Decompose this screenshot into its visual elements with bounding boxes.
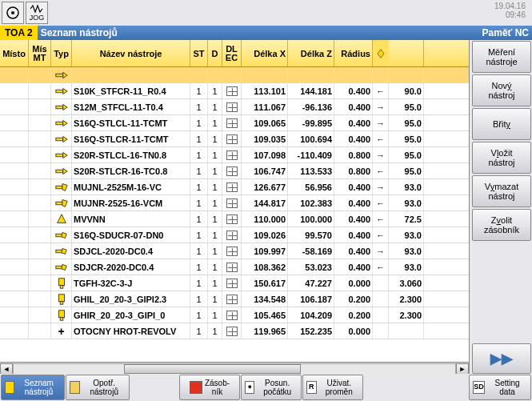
cell-typ <box>51 179 72 194</box>
cell-dx: 108.362 <box>242 259 288 275</box>
table-row[interactable]: S16Q-STLCR-11-TCMT11109.035100.6940.400←… <box>0 131 469 147</box>
cell-dlec <box>222 211 242 227</box>
scroll-thumb[interactable] <box>124 364 301 374</box>
cell-rad: 0.400 <box>334 227 373 243</box>
cell-val <box>389 67 424 82</box>
jog-icon[interactable]: JOG <box>26 2 48 24</box>
cell-st: 1 <box>190 275 208 291</box>
cell-dx: 109.026 <box>242 227 288 243</box>
tool-list-tab[interactable]: Seznam nástrojů <box>1 375 65 400</box>
cell-rad: 0.200 <box>334 307 373 323</box>
setting-data-tab[interactable]: SD Setting data <box>469 375 531 400</box>
cell-dz: -58.169 <box>288 243 334 259</box>
toa-badge: TOA 2 <box>0 26 38 40</box>
table-row[interactable]: MUJNR-2525-16-VCM11144.817102.3830.400←9… <box>0 195 469 211</box>
cell-st: 1 <box>190 195 208 211</box>
cell-name: MUJNR-2525-16-VCM <box>72 195 190 211</box>
table-row[interactable] <box>0 67 469 83</box>
table-row[interactable]: TGFH-32C-3-J11150.61747.2270.0003.060 <box>0 275 469 291</box>
scroll-left-button[interactable]: ◄ <box>0 363 13 375</box>
cell-rad: 0.400 <box>334 83 373 98</box>
uservar-icon: R <box>306 381 317 394</box>
cell-arrow <box>373 307 389 323</box>
offset-tab[interactable]: ● Posun. počátku <box>241 375 302 400</box>
cell-dz: 102.383 <box>288 195 334 211</box>
magazine-icon <box>190 381 202 394</box>
cell-name: MUJNL-2525M-16-VC <box>72 179 190 194</box>
cell-misto <box>0 243 29 259</box>
cell-dlec <box>222 131 242 146</box>
cell-dlec <box>222 227 242 243</box>
cell-misto <box>0 227 29 243</box>
svg-rect-9 <box>55 122 62 125</box>
edges-button[interactable]: Břity <box>472 108 531 140</box>
magazine-tab[interactable]: Zásob- ník <box>179 375 240 400</box>
table-row[interactable]: MUJNL-2525M-16-VC11126.67756.9560.400→93… <box>0 179 469 195</box>
cell-arrow: ← <box>373 211 389 227</box>
page-title: Seznam nástrojů <box>38 27 482 38</box>
cell-typ <box>51 115 72 130</box>
table-row[interactable]: S20R-STLCL-16-TN0.811107.098-110.4090.80… <box>0 147 469 163</box>
table-row[interactable]: SDJCR-2020-DC0.411108.36253.0230.400←93.… <box>0 259 469 275</box>
cell-mismt <box>29 131 51 146</box>
cell-dx: 119.965 <box>242 323 288 339</box>
table-row[interactable]: +OTOCNY HROT-REVOLV11119.965152.2350.000 <box>0 323 469 339</box>
select-magazine-button[interactable]: Zvolitzásobník <box>472 209 531 241</box>
cell-val: 72.5 <box>389 211 424 227</box>
cell-val: 93.0 <box>389 243 424 259</box>
table-row[interactable]: SDJCL-2020-DC0.411109.997-58.1690.400→93… <box>0 243 469 259</box>
cell-misto <box>0 99 29 114</box>
tool-wear-icon <box>70 381 80 394</box>
cell-typ <box>51 147 72 162</box>
svg-marker-10 <box>62 120 66 126</box>
cell-typ <box>51 307 72 323</box>
table-row[interactable]: S10K_STFCR-11_R0.411113.101144.1810.400←… <box>0 83 469 99</box>
cell-arrow <box>373 323 389 339</box>
table-row[interactable]: GHIR_20_20-3_GIPI_011105.465104.2090.200… <box>0 307 469 323</box>
new-tool-button[interactable]: Novýnástroj <box>472 74 531 106</box>
machine-icon[interactable] <box>2 2 24 24</box>
cell-typ <box>51 83 72 98</box>
cell-rad: 0.000 <box>334 323 373 339</box>
cell-st: 1 <box>190 291 208 307</box>
cell-arrow: → <box>373 115 389 130</box>
cell-typ <box>51 243 72 259</box>
cell-dlec <box>222 67 242 82</box>
table-row[interactable]: MVVNN11110.000100.0000.400←72.5 <box>0 211 469 227</box>
cell-val: 95.0 <box>389 131 424 146</box>
svg-marker-4 <box>62 72 66 78</box>
cell-arrow: → <box>373 243 389 259</box>
cell-dz: 47.227 <box>288 275 334 291</box>
horizontal-scrollbar[interactable]: ◄ ► <box>0 362 469 375</box>
table-body[interactable]: S10K_STFCR-11_R0.411113.101144.1810.400←… <box>0 67 469 362</box>
table-row[interactable]: GHIL_20_20-3_GIPI2.311134.548106.1870.20… <box>0 291 469 307</box>
more-button[interactable]: ▶▶ <box>472 343 531 374</box>
cell-misto <box>0 83 29 98</box>
table-row[interactable]: S20R-STLCR-16-TC0.811106.747113.5330.800… <box>0 163 469 179</box>
cell-name: SDJCR-2020-DC0.4 <box>72 259 190 275</box>
table-row[interactable]: S16Q-STLCL-11-TCMT11109.065-99.8950.400→… <box>0 115 469 131</box>
cell-val: 93.0 <box>389 179 424 194</box>
insert-tool-button[interactable]: Vložitnástroj <box>472 142 531 174</box>
measure-tool-button[interactable]: Měření nástroje <box>472 41 531 73</box>
cell-misto <box>0 259 29 275</box>
delete-tool-button[interactable]: Vymazatnástroj <box>472 175 531 207</box>
offset-icon: ● <box>245 381 254 394</box>
cell-dx: 113.101 <box>242 83 288 98</box>
svg-marker-23 <box>62 232 66 238</box>
svg-marker-8 <box>62 104 66 110</box>
svg-rect-33 <box>60 317 63 320</box>
table-row[interactable]: S12M_STFCL-11-T0.411111.067-96.1360.400→… <box>0 99 469 115</box>
cell-val: 95.0 <box>389 115 424 130</box>
cell-typ <box>51 291 72 307</box>
cell-val: 93.0 <box>389 195 424 211</box>
cell-val: 93.0 <box>389 227 424 243</box>
svg-rect-19 <box>55 202 62 205</box>
cell-d <box>208 67 222 82</box>
cell-rad: 0.800 <box>334 147 373 162</box>
table-row[interactable]: S16Q-SDUCR-07-DN011109.02699.5700.400←93… <box>0 227 469 243</box>
uservar-tab[interactable]: R Uživat. proměn <box>302 375 363 400</box>
tool-wear-tab[interactable]: Opotř. nástrojů <box>66 375 130 400</box>
cell-d: 1 <box>208 227 222 243</box>
scroll-right-button[interactable]: ► <box>456 363 469 375</box>
